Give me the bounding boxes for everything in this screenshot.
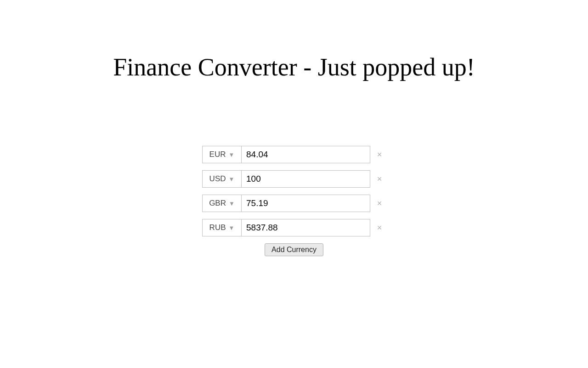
chevron-down-icon: ▼ — [229, 200, 235, 207]
currency-code-label: USD — [209, 174, 226, 184]
close-icon[interactable]: × — [373, 174, 386, 184]
chevron-down-icon: ▼ — [229, 176, 235, 183]
currency-code-label: EUR — [209, 150, 226, 159]
currency-amount-input[interactable] — [242, 146, 370, 163]
currency-row: USD ▼ × — [202, 170, 386, 188]
close-icon[interactable]: × — [373, 199, 386, 208]
add-row: Add Currency — [202, 243, 386, 256]
currency-row: RUB ▼ × — [202, 219, 386, 236]
chevron-down-icon: ▼ — [229, 224, 235, 231]
close-icon[interactable]: × — [373, 150, 386, 160]
currency-amount-input[interactable] — [242, 219, 370, 236]
currency-select[interactable]: GBR ▼ — [202, 195, 242, 212]
currency-select[interactable]: EUR ▼ — [202, 146, 242, 163]
currency-amount-input[interactable] — [242, 195, 370, 212]
currency-code-label: GBR — [209, 199, 226, 208]
currency-select[interactable]: RUB ▼ — [202, 219, 242, 236]
converter-panel: EUR ▼ × USD ▼ × GBR ▼ × RUB ▼ × Add Curr… — [202, 146, 386, 256]
add-currency-button[interactable]: Add Currency — [265, 243, 323, 256]
currency-code-label: RUB — [209, 223, 226, 232]
currency-amount-input[interactable] — [242, 170, 370, 188]
currency-select[interactable]: USD ▼ — [202, 170, 242, 188]
currency-row: EUR ▼ × — [202, 146, 386, 163]
close-icon[interactable]: × — [373, 223, 386, 233]
chevron-down-icon: ▼ — [229, 151, 235, 158]
page-title: Finance Converter - Just popped up! — [0, 0, 588, 81]
currency-row: GBR ▼ × — [202, 195, 386, 212]
